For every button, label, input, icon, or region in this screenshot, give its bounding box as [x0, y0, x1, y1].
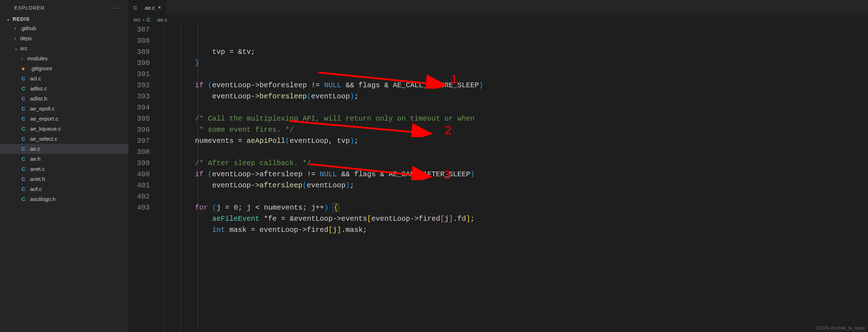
tree-item-label: deps — [20, 33, 32, 43]
code-content[interactable]: tvp = &tv; } if (eventLoop->beforesleep … — [161, 24, 868, 332]
folder-section-header[interactable]: ⌄ REDIS — [0, 15, 128, 23]
tree-item-label: acl.c — [30, 74, 41, 84]
line-number: 400 — [128, 169, 150, 180]
tree-item-label: ae.c — [30, 144, 40, 154]
code-line[interactable] — [161, 191, 868, 202]
code-line[interactable]: int mask = eventLoop->fired[j].mask; — [161, 224, 868, 235]
breadcrumbs[interactable]: src › C ae.c — [128, 15, 868, 24]
c-file-icon: C — [22, 184, 28, 194]
line-number: 389 — [128, 46, 150, 57]
c-file-icon: C — [147, 17, 153, 23]
tree-item-modules[interactable]: ›modules — [0, 53, 128, 64]
breadcrumb-seg[interactable]: ae.c — [157, 17, 167, 23]
line-number: 403 — [128, 202, 150, 213]
breadcrumb-seg[interactable]: src — [133, 17, 140, 23]
tree-item--github[interactable]: ›.github — [0, 23, 128, 33]
tree-item-label: .gitignore — [30, 64, 52, 74]
editor-tabs: C ae.c × — [128, 0, 868, 15]
code-line[interactable]: for (j = 0; j < numevents; j++) { — [161, 202, 868, 213]
tab-ae-c[interactable]: C ae.c × — [128, 0, 166, 15]
tree-item-ae_evport-c[interactable]: Cae_evport.c — [0, 114, 128, 124]
line-number: 398 — [128, 146, 150, 158]
c-file-icon: C — [22, 144, 28, 154]
line-gutter: 3873883893903913923933943953963973983994… — [128, 24, 161, 332]
file-tree: ›.github›deps⌄src›modules◆.gitignoreCacl… — [0, 23, 128, 204]
tree-item-label: ae_evport.c — [30, 114, 58, 124]
explorer-title: EXPLORER — [14, 5, 44, 11]
c-file-icon: C — [22, 114, 28, 124]
c-file-icon: C — [22, 134, 28, 144]
code-line[interactable]: eventLoop->beforesleep(eventLoop); — [161, 91, 868, 102]
c-file-icon: C — [22, 164, 28, 174]
line-number: 387 — [128, 24, 150, 35]
c-file-icon: C — [22, 74, 28, 84]
line-number: 397 — [128, 135, 150, 146]
git-file-icon: ◆ — [22, 64, 28, 74]
tree-item-acl-c[interactable]: Cacl.c — [0, 74, 128, 84]
code-line[interactable] — [161, 146, 868, 158]
tree-item--gitignore[interactable]: ◆.gitignore — [0, 64, 128, 74]
code-line[interactable] — [161, 102, 868, 113]
watermark: CSDN @small_to_large — [816, 325, 865, 331]
c-file-icon: C — [22, 154, 28, 164]
line-number: 394 — [128, 102, 150, 113]
line-number: 393 — [128, 91, 150, 102]
c-file-icon: C — [22, 124, 28, 134]
code-line[interactable]: tvp = &tv; — [161, 46, 868, 57]
tree-item-ae-h[interactable]: Cae.h — [0, 154, 128, 164]
tree-item-adlist-h[interactable]: Cadlist.h — [0, 94, 128, 104]
tree-item-label: ae_select.c — [30, 134, 57, 144]
chevron-right-icon: › — [14, 23, 20, 33]
tree-item-label: anet.c — [30, 164, 45, 174]
explorer-sidebar: EXPLORER ··· ⌄ REDIS ›.github›deps⌄src›m… — [0, 0, 128, 332]
code-line[interactable]: aeFileEvent *fe = &eventLoop->events[eve… — [161, 213, 868, 224]
c-file-icon: C — [133, 5, 140, 11]
chevron-right-icon: › — [22, 53, 27, 64]
tree-item-adlist-c[interactable]: Cadlist.c — [0, 84, 128, 94]
tree-item-label: .github — [20, 23, 36, 33]
code-editor[interactable]: 3873883893903913923933943953963973983994… — [128, 24, 868, 332]
explorer-more-icon[interactable]: ··· — [113, 4, 121, 12]
line-number: 388 — [128, 35, 150, 46]
c-file-icon: C — [22, 194, 28, 204]
chevron-right-icon: › — [14, 33, 20, 43]
code-line[interactable]: if (eventLoop->beforesleep != NULL && fl… — [161, 80, 868, 91]
tree-item-anet-c[interactable]: Canet.c — [0, 164, 128, 174]
tree-item-label: ae_epoll.c — [30, 104, 54, 114]
tree-item-ae_kqueue-c[interactable]: Cae_kqueue.c — [0, 124, 128, 134]
tree-item-label: aof.c — [30, 184, 42, 194]
folder-section-title: REDIS — [13, 16, 30, 22]
tree-item-asciilogo-h[interactable]: Casciilogo.h — [0, 194, 128, 204]
tree-item-deps[interactable]: ›deps — [0, 33, 128, 43]
tree-item-aof-c[interactable]: Caof.c — [0, 184, 128, 194]
code-line[interactable] — [161, 69, 868, 80]
explorer-header: EXPLORER ··· — [0, 0, 128, 15]
code-line[interactable]: } — [161, 57, 868, 69]
editor-pane: C ae.c × src › C ae.c 387388389390391392… — [128, 0, 868, 332]
tree-item-src[interactable]: ⌄src — [0, 43, 128, 53]
code-line[interactable]: * some event fires. */ — [161, 124, 868, 135]
line-number: 392 — [128, 80, 150, 91]
tree-item-ae_select-c[interactable]: Cae_select.c — [0, 134, 128, 144]
tree-item-label: ae.h — [30, 154, 40, 164]
code-line[interactable]: /* Call the multiplexing API, will retur… — [161, 113, 868, 124]
close-icon[interactable]: × — [158, 4, 161, 11]
tree-item-anet-h[interactable]: Canet.h — [0, 174, 128, 184]
code-line[interactable]: /* After sleep callback. */ — [161, 158, 868, 169]
c-file-icon: C — [22, 104, 28, 114]
code-line[interactable]: if (eventLoop->aftersleep != NULL && fla… — [161, 169, 868, 180]
tree-item-ae_epoll-c[interactable]: Cae_epoll.c — [0, 104, 128, 114]
line-number: 401 — [128, 180, 150, 191]
tree-item-label: asciilogo.h — [30, 194, 56, 204]
tree-item-label: adlist.c — [30, 84, 47, 94]
code-line[interactable]: numevents = aeApiPoll(eventLoop, tvp); — [161, 135, 868, 146]
chevron-down-icon: ⌄ — [6, 17, 10, 22]
line-number: 396 — [128, 124, 150, 135]
chevron-down-icon: ⌄ — [14, 43, 20, 53]
tree-item-ae-c[interactable]: Cae.c — [0, 144, 128, 154]
tree-item-label: modules — [27, 53, 48, 64]
line-number: 390 — [128, 57, 150, 69]
tree-item-label: adlist.h — [30, 94, 47, 104]
code-line[interactable]: eventLoop->aftersleep(eventLoop); — [161, 180, 868, 191]
h-file-icon: C — [22, 174, 28, 184]
